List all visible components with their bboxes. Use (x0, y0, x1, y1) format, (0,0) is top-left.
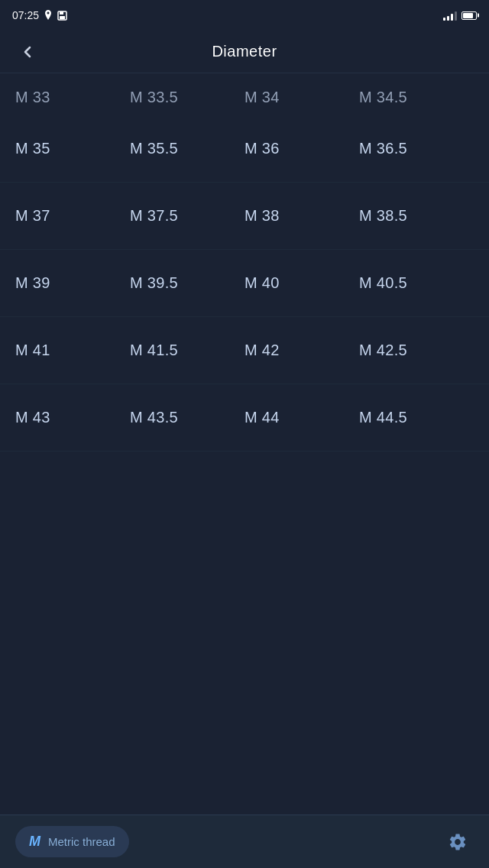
grid-cell[interactable]: M 44 (244, 406, 359, 429)
grid-row: M 41 M 41.5 M 42 M 42.5 (0, 317, 489, 384)
grid-cell[interactable]: M 36 (244, 137, 359, 160)
grid-cell[interactable]: M 40.5 (359, 271, 474, 295)
grid-cell[interactable]: M 39 (15, 271, 130, 295)
grid-cell[interactable]: M 39.5 (130, 271, 244, 295)
grid-cell[interactable]: M 34 (244, 86, 359, 109)
status-right-icons (443, 10, 477, 21)
grid-cell[interactable]: M 35 (15, 137, 130, 160)
signal-icon (443, 10, 457, 21)
back-button[interactable] (12, 37, 43, 67)
grid-row: M 39 M 39.5 M 40 M 40.5 (0, 250, 489, 317)
status-time: 07:25 (12, 9, 39, 21)
grid-cell[interactable]: M 33 (15, 86, 130, 109)
battery-icon (461, 11, 477, 20)
grid-cell[interactable]: M 34.5 (359, 86, 474, 109)
gear-icon (448, 832, 468, 852)
grid-cell[interactable]: M 33.5 (130, 86, 244, 109)
save-icon (57, 11, 67, 21)
grid-cell[interactable]: M 36.5 (359, 137, 474, 160)
bottom-bar: M Metric thread (0, 815, 489, 868)
grid-cell[interactable]: M 37 (15, 204, 130, 228)
grid-row: M 35 M 35.5 M 36 M 36.5 (0, 115, 489, 183)
grid-row: M 37 M 37.5 M 38 M 38.5 (0, 183, 489, 250)
svg-rect-2 (60, 16, 65, 19)
grid-row: M 43 M 43.5 M 44 M 44.5 (0, 384, 489, 452)
grid-cell[interactable]: M 43 (15, 406, 130, 429)
header: Diameter (0, 31, 489, 73)
grid-cell[interactable]: M 37.5 (130, 204, 244, 228)
grid-cell[interactable]: M 42 (244, 338, 359, 362)
grid-cell[interactable]: M 44.5 (359, 406, 474, 429)
grid-cell[interactable]: M 42.5 (359, 338, 474, 362)
grid-cell[interactable]: M 35.5 (130, 137, 244, 160)
grid-cell[interactable]: M 38 (244, 204, 359, 228)
grid-cell[interactable]: M 43.5 (130, 406, 244, 429)
thread-badge-icon: M (29, 834, 40, 850)
grid-cell[interactable]: M 41 (15, 338, 130, 362)
status-time-area: 07:25 (12, 9, 67, 21)
diameter-grid: M 33 M 33.5 M 34 M 34.5 M 35 M 35.5 M 36… (0, 73, 489, 815)
grid-cell[interactable]: M 38.5 (359, 204, 474, 228)
grid-cell[interactable]: M 41.5 (130, 338, 244, 362)
thread-badge-label: Metric thread (48, 835, 115, 848)
svg-rect-1 (60, 11, 63, 15)
partial-grid-row: M 33 M 33.5 M 34 M 34.5 (0, 73, 489, 115)
settings-button[interactable] (442, 826, 474, 858)
header-title: Diameter (212, 43, 277, 60)
location-icon (44, 10, 53, 21)
thread-badge[interactable]: M Metric thread (15, 826, 129, 857)
status-bar: 07:25 (0, 0, 489, 31)
grid-cell[interactable]: M 40 (244, 271, 359, 295)
